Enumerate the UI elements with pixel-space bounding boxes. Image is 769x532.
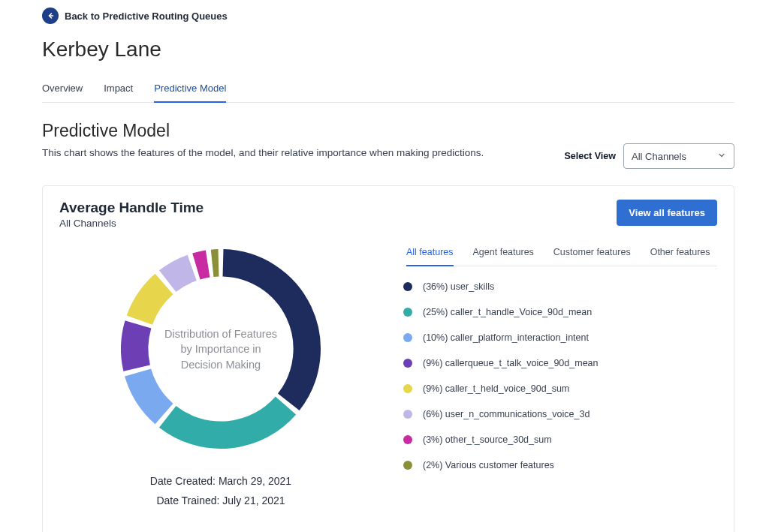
legend-label: (3%) other_t_source_30d_sum: [423, 434, 552, 445]
legend-label: (9%) callerqueue_t_talk_voice_90d_mean: [423, 358, 598, 368]
legend-swatch-icon: [403, 435, 412, 444]
donut-slice: [167, 405, 285, 434]
legend-item: (36%) user_skills: [403, 281, 717, 292]
legend-swatch-icon: [403, 308, 412, 317]
feature-tab-customer-features[interactable]: Customer features: [553, 239, 631, 266]
main-tabs: OverviewImpactPredictive Model: [42, 75, 734, 103]
legend-swatch-icon: [403, 461, 412, 470]
select-view-value: All Channels: [632, 151, 686, 162]
legend-swatch-icon: [403, 384, 412, 393]
legend-swatch-icon: [403, 359, 412, 368]
legend-label: (36%) user_skills: [423, 281, 494, 292]
legend-item: (6%) user_n_communications_voice_3d: [403, 409, 717, 419]
card-title: Average Handle Time: [59, 200, 204, 216]
legend-item: (2%) Various customer features: [403, 460, 717, 470]
legend-label: (9%) caller_t_held_voice_90d_sum: [423, 383, 569, 394]
select-view-dropdown[interactable]: All Channels: [623, 143, 734, 169]
section-desc: This chart shows the features of the mod…: [42, 147, 484, 158]
legend-item: (10%) caller_platform_interaction_intent: [403, 332, 717, 343]
legend-item: (9%) caller_t_held_voice_90d_sum: [403, 383, 717, 394]
legend: (36%) user_skills(25%) caller_t_handle_V…: [403, 281, 717, 470]
legend-item: (3%) other_t_source_30d_sum: [403, 434, 717, 445]
section-title: Predictive Model: [42, 121, 484, 141]
legend-label: (10%) caller_platform_interaction_intent: [423, 332, 589, 343]
donut-slice: [167, 268, 192, 281]
donut-slice: [140, 284, 164, 320]
back-link[interactable]: Back to Predictive Routing Queues: [42, 8, 734, 24]
legend-label: (25%) caller_t_handle_Voice_90d_mean: [423, 307, 592, 317]
legend-swatch-icon: [403, 333, 412, 342]
feature-tab-all-features[interactable]: All features: [406, 239, 454, 266]
card-subtitle: All Channels: [59, 218, 204, 229]
donut-slice: [134, 324, 138, 368]
date-trained: Date Trained: July 21, 2021: [150, 494, 291, 506]
legend-item: (25%) caller_t_handle_Voice_90d_mean: [403, 307, 717, 317]
legend-label: (2%) Various customer features: [423, 460, 554, 470]
donut-slice: [213, 263, 219, 263]
donut-chart: Distribution of Features by Importance i…: [116, 244, 326, 454]
tab-impact[interactable]: Impact: [104, 75, 133, 102]
feature-tabs: All featuresAgent featuresCustomer featu…: [403, 239, 717, 266]
feature-tab-other-features[interactable]: Other features: [650, 239, 710, 266]
view-all-features-button[interactable]: View all features: [617, 200, 717, 226]
legend-swatch-icon: [403, 282, 412, 291]
date-created: Date Created: March 29, 2021: [150, 475, 291, 487]
legend-item: (9%) callerqueue_t_talk_voice_90d_mean: [403, 358, 717, 368]
legend-label: (6%) user_n_communications_voice_3d: [423, 409, 590, 419]
donut-slice: [196, 264, 207, 266]
donut-slice: [138, 372, 164, 413]
back-arrow-icon: [42, 8, 59, 24]
tab-overview[interactable]: Overview: [42, 75, 83, 102]
feature-tab-agent-features[interactable]: Agent features: [473, 239, 534, 266]
page-title: Kerbey Lane: [42, 38, 734, 62]
chevron-down-icon: [717, 151, 726, 162]
tab-predictive-model[interactable]: Predictive Model: [154, 75, 226, 103]
donut-center-label: Distribution of Features by Importance i…: [161, 326, 281, 372]
legend-swatch-icon: [403, 410, 412, 419]
select-view-label: Select View: [564, 151, 616, 161]
back-label: Back to Predictive Routing Queues: [65, 11, 228, 22]
model-card: Average Handle Time All Channels View al…: [42, 185, 734, 532]
